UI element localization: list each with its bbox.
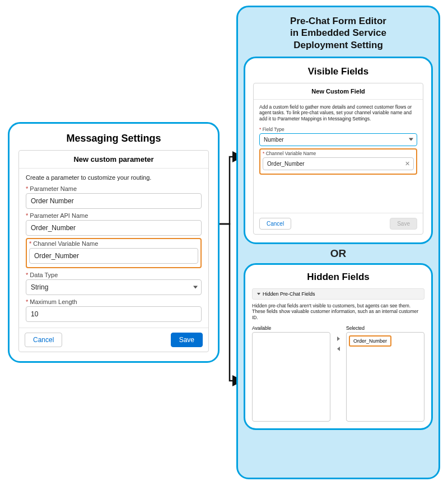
dialog-title: New custom parameter	[19, 151, 208, 169]
new-custom-parameter-dialog: New custom parameter Create a parameter …	[18, 150, 209, 352]
visible-intro: Add a custom field to gather more detail…	[259, 104, 417, 122]
data-type-value: String	[31, 283, 48, 291]
new-custom-field-dialog: New Custom Field Add a custom field to g…	[253, 83, 423, 235]
messaging-settings-card: Messaging Settings New custom parameter …	[8, 122, 220, 363]
channel-variable-name-label: Channel Variable Name	[29, 240, 198, 247]
data-type-select[interactable]: String	[26, 279, 202, 295]
dual-list-controls	[334, 325, 343, 422]
move-right-icon[interactable]	[337, 337, 340, 341]
selected-listbox[interactable]: Order_Number	[346, 332, 424, 422]
field-type-select[interactable]: Number	[259, 133, 417, 146]
hidden-fields-card: Hidden Fields Hidden Pre-Chat Fields Hid…	[244, 263, 433, 430]
visible-cvn-label: Channel Variable Name	[263, 151, 414, 156]
visible-dialog-title: New Custom Field	[254, 83, 423, 100]
hidden-fields-title: Hidden Fields	[252, 272, 424, 283]
move-left-icon[interactable]	[337, 347, 340, 351]
field-type-value: Number	[264, 137, 284, 143]
dual-listbox: Available Selected Order_Number	[252, 325, 424, 422]
region-title: Pre-Chat Form Editor in Embedded Service…	[244, 15, 433, 51]
visible-cvn-highlight: Channel Variable Name Order_Number ✕	[259, 148, 417, 175]
data-type-label: Data Type	[26, 272, 202, 278]
field-type-label: Field Type	[259, 127, 417, 132]
parameter-name-input[interactable]: Order Number	[26, 193, 202, 209]
prechat-region: Pre-Chat Form Editor in Embedded Service…	[236, 6, 440, 479]
parameter-api-name-input[interactable]: Order_Number	[26, 220, 202, 236]
visible-fields-title: Visible Fields	[253, 66, 423, 77]
visible-save-button[interactable]: Save	[390, 218, 417, 230]
parameter-name-label: Parameter Name	[26, 185, 202, 192]
maximum-length-label: Maximum Length	[26, 298, 202, 305]
cancel-button[interactable]: Cancel	[25, 333, 62, 347]
or-label: OR	[244, 247, 433, 260]
messaging-settings-title: Messaging Settings	[18, 133, 209, 144]
clear-icon[interactable]: ✕	[405, 160, 410, 167]
visible-fields-card: Visible Fields New Custom Field Add a cu…	[244, 57, 433, 244]
available-label: Available	[252, 325, 330, 331]
dialog-intro: Create a parameter to customize your rou…	[26, 174, 202, 181]
parameter-api-name-label: Parameter API Name	[26, 212, 202, 219]
chevron-down-icon	[409, 138, 413, 141]
visible-cancel-button[interactable]: Cancel	[259, 218, 291, 230]
save-button[interactable]: Save	[171, 333, 203, 347]
hidden-desc: Hidden pre-chat fields aren't visible to…	[252, 303, 424, 321]
channel-variable-name-input[interactable]: Order_Number	[29, 248, 198, 264]
channel-variable-name-highlight: Channel Variable Name Order_Number	[26, 238, 202, 268]
chevron-down-icon	[257, 293, 260, 295]
hidden-section-title: Hidden Pre-Chat Fields	[263, 291, 315, 297]
visible-cvn-input[interactable]: Order_Number ✕	[263, 157, 414, 170]
available-listbox[interactable]	[252, 332, 330, 422]
selected-label: Selected	[346, 325, 424, 331]
chevron-down-icon	[193, 286, 198, 289]
selected-item[interactable]: Order_Number	[349, 335, 391, 347]
hidden-section-header[interactable]: Hidden Pre-Chat Fields	[252, 288, 424, 300]
maximum-length-input[interactable]: 10	[26, 306, 202, 322]
